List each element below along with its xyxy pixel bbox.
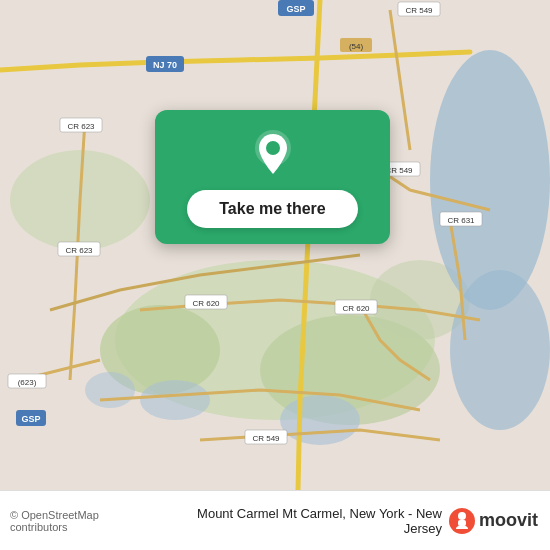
map-background: NJ 70 GSP (54) CR 549 CR 549 CR 623 CR 6… (0, 0, 550, 490)
svg-rect-41 (458, 520, 466, 526)
svg-point-9 (140, 380, 210, 420)
bottom-bar: © OpenStreetMap contributors Mount Carme… (0, 490, 550, 550)
map-container: NJ 70 GSP (54) CR 549 CR 549 CR 623 CR 6… (0, 0, 550, 490)
svg-text:CR 549: CR 549 (252, 434, 280, 443)
action-card: Take me there (155, 110, 390, 244)
location-info: Mount Carmel Mt Carmel, New York - New J… (158, 506, 538, 536)
location-pin-icon (247, 128, 299, 180)
svg-text:CR 620: CR 620 (342, 304, 370, 313)
svg-point-8 (280, 395, 360, 445)
svg-text:CR 623: CR 623 (67, 122, 95, 131)
svg-text:CR 549: CR 549 (405, 6, 433, 15)
svg-point-10 (85, 372, 135, 408)
svg-text:GSP: GSP (21, 414, 40, 424)
svg-point-40 (458, 512, 466, 520)
svg-text:CR 631: CR 631 (447, 216, 475, 225)
svg-point-38 (266, 141, 280, 155)
map-attribution: © OpenStreetMap contributors (10, 509, 158, 533)
svg-text:(54): (54) (349, 42, 364, 51)
svg-text:CR 620: CR 620 (192, 299, 220, 308)
svg-text:NJ 70: NJ 70 (153, 60, 177, 70)
svg-text:(623): (623) (18, 378, 37, 387)
take-me-there-button[interactable]: Take me there (187, 190, 357, 228)
svg-text:GSP: GSP (286, 4, 305, 14)
svg-point-7 (450, 270, 550, 430)
svg-point-6 (430, 50, 550, 310)
moovit-text: moovit (479, 510, 538, 531)
location-text: Mount Carmel Mt Carmel, New York - New J… (158, 506, 442, 536)
moovit-icon (448, 507, 476, 535)
svg-text:CR 623: CR 623 (65, 246, 93, 255)
moovit-logo: moovit (448, 507, 538, 535)
